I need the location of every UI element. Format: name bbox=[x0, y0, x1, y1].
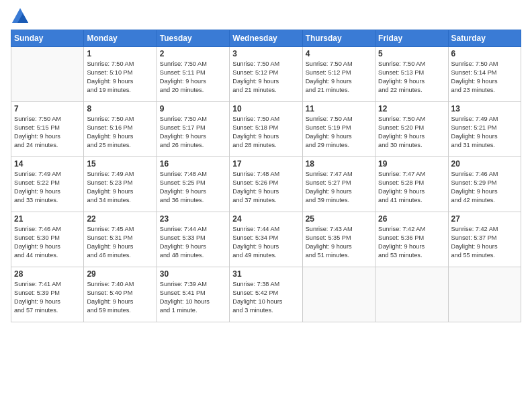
header-cell-tuesday: Tuesday bbox=[157, 30, 229, 47]
header-cell-wednesday: Wednesday bbox=[230, 30, 302, 47]
day-number: 15 bbox=[87, 159, 153, 169]
day-number: 27 bbox=[451, 214, 518, 224]
day-cell: 17Sunrise: 7:48 AM Sunset: 5:26 PM Dayli… bbox=[230, 157, 302, 212]
day-info: Sunrise: 7:44 AM Sunset: 5:34 PM Dayligh… bbox=[232, 225, 299, 260]
day-number: 13 bbox=[451, 104, 518, 113]
day-cell: 24Sunrise: 7:44 AM Sunset: 5:34 PM Dayli… bbox=[230, 212, 302, 267]
day-info: Sunrise: 7:47 AM Sunset: 5:28 PM Dayligh… bbox=[378, 170, 445, 205]
day-info: Sunrise: 7:49 AM Sunset: 5:23 PM Dayligh… bbox=[87, 170, 153, 205]
day-info: Sunrise: 7:46 AM Sunset: 5:30 PM Dayligh… bbox=[14, 225, 81, 260]
day-info: Sunrise: 7:50 AM Sunset: 5:16 PM Dayligh… bbox=[87, 115, 153, 150]
day-cell: 5Sunrise: 7:50 AM Sunset: 5:13 PM Daylig… bbox=[375, 47, 448, 102]
page-container: SundayMondayTuesdayWednesdayThursdayFrid… bbox=[0, 0, 532, 328]
header-cell-monday: Monday bbox=[84, 30, 157, 47]
day-number: 19 bbox=[378, 159, 445, 169]
day-info: Sunrise: 7:50 AM Sunset: 5:19 PM Dayligh… bbox=[306, 115, 372, 150]
day-number: 20 bbox=[451, 159, 518, 169]
day-info: Sunrise: 7:47 AM Sunset: 5:27 PM Dayligh… bbox=[306, 170, 372, 205]
day-info: Sunrise: 7:41 AM Sunset: 5:39 PM Dayligh… bbox=[14, 280, 81, 315]
day-cell: 27Sunrise: 7:42 AM Sunset: 5:37 PM Dayli… bbox=[448, 212, 521, 267]
header-cell-saturday: Saturday bbox=[448, 30, 521, 47]
header-row: SundayMondayTuesdayWednesdayThursdayFrid… bbox=[11, 30, 521, 47]
day-info: Sunrise: 7:50 AM Sunset: 5:18 PM Dayligh… bbox=[232, 115, 299, 150]
day-info: Sunrise: 7:43 AM Sunset: 5:35 PM Dayligh… bbox=[306, 225, 372, 260]
day-number: 1 bbox=[87, 49, 153, 58]
day-info: Sunrise: 7:49 AM Sunset: 5:22 PM Dayligh… bbox=[14, 170, 81, 205]
day-cell: 4Sunrise: 7:50 AM Sunset: 5:12 PM Daylig… bbox=[302, 47, 375, 102]
day-number: 23 bbox=[160, 214, 226, 224]
day-info: Sunrise: 7:50 AM Sunset: 5:11 PM Dayligh… bbox=[160, 60, 226, 95]
day-cell: 22Sunrise: 7:45 AM Sunset: 5:31 PM Dayli… bbox=[84, 212, 157, 267]
day-cell: 30Sunrise: 7:39 AM Sunset: 5:41 PM Dayli… bbox=[157, 267, 229, 322]
day-cell: 15Sunrise: 7:49 AM Sunset: 5:23 PM Dayli… bbox=[84, 157, 157, 212]
day-info: Sunrise: 7:39 AM Sunset: 5:41 PM Dayligh… bbox=[160, 280, 226, 315]
day-cell: 3Sunrise: 7:50 AM Sunset: 5:12 PM Daylig… bbox=[230, 47, 302, 102]
week-row-4: 21Sunrise: 7:46 AM Sunset: 5:30 PM Dayli… bbox=[11, 212, 521, 267]
day-number: 22 bbox=[87, 214, 153, 224]
logo-icon bbox=[11, 7, 30, 26]
day-cell: 18Sunrise: 7:47 AM Sunset: 5:27 PM Dayli… bbox=[302, 157, 375, 212]
day-cell bbox=[375, 267, 448, 322]
day-number: 31 bbox=[232, 269, 299, 279]
day-cell: 31Sunrise: 7:38 AM Sunset: 5:42 PM Dayli… bbox=[230, 267, 302, 322]
day-number: 17 bbox=[232, 159, 299, 169]
day-info: Sunrise: 7:49 AM Sunset: 5:21 PM Dayligh… bbox=[451, 115, 518, 150]
day-cell: 9Sunrise: 7:50 AM Sunset: 5:17 PM Daylig… bbox=[157, 102, 229, 157]
day-info: Sunrise: 7:50 AM Sunset: 5:12 PM Dayligh… bbox=[306, 60, 372, 95]
day-info: Sunrise: 7:50 AM Sunset: 5:17 PM Dayligh… bbox=[160, 115, 226, 150]
day-cell: 12Sunrise: 7:50 AM Sunset: 5:20 PM Dayli… bbox=[375, 102, 448, 157]
day-number: 14 bbox=[14, 159, 81, 169]
day-cell: 1Sunrise: 7:50 AM Sunset: 5:10 PM Daylig… bbox=[84, 47, 157, 102]
day-info: Sunrise: 7:50 AM Sunset: 5:13 PM Dayligh… bbox=[378, 60, 445, 95]
day-info: Sunrise: 7:45 AM Sunset: 5:31 PM Dayligh… bbox=[87, 225, 153, 260]
day-cell: 7Sunrise: 7:50 AM Sunset: 5:15 PM Daylig… bbox=[11, 102, 84, 157]
day-number: 7 bbox=[14, 104, 81, 113]
day-info: Sunrise: 7:38 AM Sunset: 5:42 PM Dayligh… bbox=[232, 280, 299, 315]
day-cell: 26Sunrise: 7:42 AM Sunset: 5:36 PM Dayli… bbox=[375, 212, 448, 267]
day-cell: 25Sunrise: 7:43 AM Sunset: 5:35 PM Dayli… bbox=[302, 212, 375, 267]
header-cell-thursday: Thursday bbox=[302, 30, 375, 47]
day-number: 30 bbox=[160, 269, 226, 279]
week-row-5: 28Sunrise: 7:41 AM Sunset: 5:39 PM Dayli… bbox=[11, 267, 521, 322]
day-number: 29 bbox=[87, 269, 153, 279]
day-info: Sunrise: 7:50 AM Sunset: 5:14 PM Dayligh… bbox=[451, 60, 518, 95]
day-info: Sunrise: 7:48 AM Sunset: 5:26 PM Dayligh… bbox=[232, 170, 299, 205]
day-cell: 2Sunrise: 7:50 AM Sunset: 5:11 PM Daylig… bbox=[157, 47, 229, 102]
day-cell: 21Sunrise: 7:46 AM Sunset: 5:30 PM Dayli… bbox=[11, 212, 84, 267]
day-number: 9 bbox=[160, 104, 226, 113]
day-cell bbox=[302, 267, 375, 322]
day-number: 11 bbox=[306, 104, 372, 113]
day-number: 16 bbox=[160, 159, 226, 169]
day-cell: 11Sunrise: 7:50 AM Sunset: 5:19 PM Dayli… bbox=[302, 102, 375, 157]
day-info: Sunrise: 7:42 AM Sunset: 5:37 PM Dayligh… bbox=[451, 225, 518, 260]
day-cell: 20Sunrise: 7:46 AM Sunset: 5:29 PM Dayli… bbox=[448, 157, 521, 212]
day-number: 4 bbox=[306, 49, 372, 58]
day-number: 10 bbox=[232, 104, 299, 113]
day-cell: 14Sunrise: 7:49 AM Sunset: 5:22 PM Dayli… bbox=[11, 157, 84, 212]
header-cell-sunday: Sunday bbox=[11, 30, 84, 47]
day-cell: 6Sunrise: 7:50 AM Sunset: 5:14 PM Daylig… bbox=[448, 47, 521, 102]
day-number: 8 bbox=[87, 104, 153, 113]
header bbox=[11, 7, 521, 26]
day-number: 12 bbox=[378, 104, 445, 113]
day-number: 24 bbox=[232, 214, 299, 224]
week-row-1: 1Sunrise: 7:50 AM Sunset: 5:10 PM Daylig… bbox=[11, 47, 521, 102]
day-info: Sunrise: 7:50 AM Sunset: 5:15 PM Dayligh… bbox=[14, 115, 81, 150]
day-cell: 28Sunrise: 7:41 AM Sunset: 5:39 PM Dayli… bbox=[11, 267, 84, 322]
day-cell: 13Sunrise: 7:49 AM Sunset: 5:21 PM Dayli… bbox=[448, 102, 521, 157]
day-cell bbox=[11, 47, 84, 102]
day-info: Sunrise: 7:50 AM Sunset: 5:12 PM Dayligh… bbox=[232, 60, 299, 95]
day-info: Sunrise: 7:50 AM Sunset: 5:20 PM Dayligh… bbox=[378, 115, 445, 150]
logo bbox=[11, 7, 32, 26]
day-info: Sunrise: 7:46 AM Sunset: 5:29 PM Dayligh… bbox=[451, 170, 518, 205]
day-info: Sunrise: 7:44 AM Sunset: 5:33 PM Dayligh… bbox=[160, 225, 226, 260]
day-info: Sunrise: 7:48 AM Sunset: 5:25 PM Dayligh… bbox=[160, 170, 226, 205]
day-cell: 10Sunrise: 7:50 AM Sunset: 5:18 PM Dayli… bbox=[230, 102, 302, 157]
day-number: 28 bbox=[14, 269, 81, 279]
header-cell-friday: Friday bbox=[375, 30, 448, 47]
day-number: 21 bbox=[14, 214, 81, 224]
day-info: Sunrise: 7:50 AM Sunset: 5:10 PM Dayligh… bbox=[87, 60, 153, 95]
day-cell: 8Sunrise: 7:50 AM Sunset: 5:16 PM Daylig… bbox=[84, 102, 157, 157]
week-row-2: 7Sunrise: 7:50 AM Sunset: 5:15 PM Daylig… bbox=[11, 102, 521, 157]
day-cell: 16Sunrise: 7:48 AM Sunset: 5:25 PM Dayli… bbox=[157, 157, 229, 212]
